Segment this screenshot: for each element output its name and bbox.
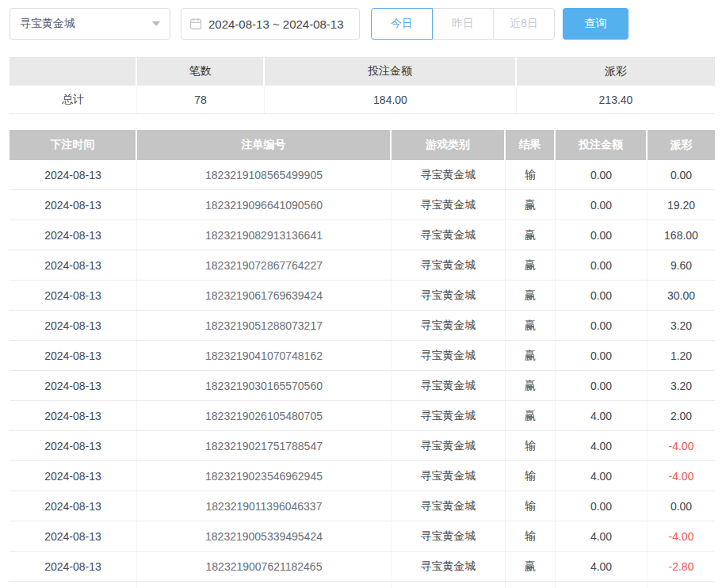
cell-order-number: 1823219051288073217 (137, 311, 392, 340)
quick-filter-3[interactable]: 近8日 (493, 8, 555, 40)
cell-bet-time: 2024-08-13 (10, 281, 137, 310)
cell-bet-amount: 0.00 (556, 220, 648, 250)
cell-payout: -2.80 (648, 552, 715, 581)
cell-payout: 1.20 (648, 341, 715, 370)
header-bet-amount: 投注金额 (556, 130, 648, 160)
summary-header-row: 笔数 投注金额 派彩 (10, 57, 715, 86)
cell-payout: 3.20 (648, 371, 715, 400)
cell-result: 输 (506, 160, 556, 189)
cell-bet-time: 2024-08-13 (10, 311, 137, 340)
summary-total-payout: 213.40 (517, 86, 715, 113)
cell-payout: 19.20 (648, 190, 715, 220)
quick-filter-group: 今日昨日近8日 (371, 8, 555, 40)
table-row: 2024-08-13 1823219082913136641 寻宝黄金城 赢 0… (10, 220, 715, 250)
cell-result: 赢 (506, 250, 556, 280)
table-row: 2024-08-13 1823219005339495424 寻宝黄金城 输 4… (10, 521, 715, 552)
cell-order-number: 1823219108565499905 (137, 160, 392, 189)
cell-order-number: 1823219030165570560 (137, 371, 392, 400)
cell-result: 输 (506, 491, 556, 521)
cell-order-number: 1823219061769639424 (137, 281, 392, 310)
cell-bet-time: 2024-08-13 (10, 401, 137, 430)
cell-bet-time: 2024-08-13 (10, 521, 137, 551)
table-row: 2024-08-13 1823219072867764227 寻宝黄金城 赢 0… (10, 250, 715, 281)
summary-total-count: 78 (137, 86, 265, 113)
game-select[interactable]: 寻宝黄金城 (10, 8, 170, 40)
cell-result: 输 (506, 461, 556, 491)
summary-table: 笔数 投注金额 派彩 总计 78 184.00 213.40 (10, 57, 715, 114)
cell-bet-time: 2024-08-13 (10, 220, 137, 250)
table-row: 2024-08-13 1823219030165570560 寻宝黄金城 赢 0… (10, 371, 715, 401)
summary-header-empty (10, 57, 137, 86)
cell-bet-amount: 0.00 (556, 250, 648, 280)
cell-bet-amount: 4.00 (556, 552, 648, 581)
summary-header-payout: 派彩 (517, 57, 715, 86)
cell-bet-time: 2024-08-13 (10, 371, 137, 400)
quick-filter-2[interactable]: 昨日 (432, 8, 494, 40)
cell-game-type: 寻宝黄金城 (392, 491, 506, 521)
cell-game-type: 寻宝黄金城 (392, 552, 506, 581)
table-row: 2024-08-13 1823219051288073217 寻宝黄金城 赢 0… (10, 311, 715, 341)
cell-bet-time: 2024-08-13 (10, 160, 137, 189)
cell-bet-amount: 0.00 (556, 281, 648, 310)
cell-bet-amount: 0.00 (556, 190, 648, 220)
cell-bet-time: 2024-08-13 (10, 461, 137, 491)
quick-filter-1[interactable]: 今日 (371, 8, 433, 40)
table-row: 2024-08-13 1823219007621182465 寻宝黄金城 赢 4… (10, 552, 715, 582)
cell-payout: -4.00 (648, 461, 715, 491)
cell-bet-time: 2024-08-13 (10, 431, 137, 460)
toolbar: 寻宝黄金城 2024-08-13 ~ 2024-08-13 今日昨日近8日 查询 (10, 8, 628, 40)
date-range-value: 2024-08-13 ~ 2024-08-13 (208, 17, 344, 31)
cell-order-number: 1823219011396046337 (137, 491, 392, 521)
cell-bet-amount: 4.00 (556, 431, 648, 460)
cell-result: 赢 (506, 281, 556, 310)
cell-order-number: 1823219023546962945 (137, 461, 392, 491)
summary-total-label: 总计 (10, 86, 137, 113)
summary-header-count: 笔数 (137, 57, 265, 86)
cell-game-type: 寻宝黄金城 (392, 281, 506, 310)
cell-bet-amount: 0.00 (556, 341, 648, 370)
table-row: 2024-08-13 1823219021751788547 寻宝黄金城 输 4… (10, 431, 715, 461)
cell-result: 输 (506, 431, 556, 460)
cell-payout: 30.00 (648, 281, 715, 310)
calendar-icon (189, 17, 202, 30)
cell-game-type: 寻宝黄金城 (392, 220, 506, 250)
query-button[interactable]: 查询 (563, 8, 628, 40)
records-table: 下注时间 注单编号 游戏类别 结果 投注金额 派彩 2024-08-13 182… (10, 130, 715, 588)
table-row: 2024-08-13 1823219096641090560 寻宝黄金城 赢 0… (10, 190, 715, 220)
cell-game-type: 寻宝黄金城 (392, 311, 506, 340)
cell-order-number: 1823219005339495424 (137, 521, 392, 551)
chevron-down-icon (152, 21, 160, 26)
table-row: 2024-08-13 1823219023546962945 寻宝黄金城 输 4… (10, 461, 715, 491)
cell-game-type: 寻宝黄金城 (392, 341, 506, 370)
cell-bet-amount: 4.00 (556, 461, 648, 491)
table-row: 2024-08-13 1823219026105480705 寻宝黄金城 赢 4… (10, 401, 715, 431)
cell-result: 赢 (506, 220, 556, 250)
cell-game-type: 寻宝黄金城 (392, 160, 506, 189)
cell-order-number: 1823219021751788547 (137, 431, 392, 460)
header-payout: 派彩 (648, 130, 715, 160)
table-row-partial (10, 582, 715, 588)
table-row: 2024-08-13 1823219061769639424 寻宝黄金城 赢 0… (10, 281, 715, 311)
header-result: 结果 (506, 130, 556, 160)
cell-payout: 0.00 (648, 491, 715, 521)
table-row: 2024-08-13 1823219011396046337 寻宝黄金城 输 0… (10, 491, 715, 521)
header-bet-time: 下注时间 (10, 130, 137, 160)
cell-result: 赢 (506, 341, 556, 370)
cell-result: 赢 (506, 401, 556, 430)
cell-order-number: 1823219041070748162 (137, 341, 392, 370)
cell-game-type: 寻宝黄金城 (392, 190, 506, 220)
cell-payout: 2.00 (648, 401, 715, 430)
cell-bet-amount: 4.00 (556, 401, 648, 430)
cell-bet-amount: 4.00 (556, 521, 648, 551)
cell-payout: 168.00 (648, 220, 715, 250)
cell-order-number: 1823219026105480705 (137, 401, 392, 430)
table-row: 2024-08-13 1823219108565499905 寻宝黄金城 输 0… (10, 160, 715, 190)
cell-order-number: 1823219082913136641 (137, 220, 392, 250)
cell-result: 赢 (506, 190, 556, 220)
cell-game-type: 寻宝黄金城 (392, 250, 506, 280)
summary-header-bet-amount: 投注金额 (265, 57, 517, 86)
table-row: 2024-08-13 1823219041070748162 寻宝黄金城 赢 0… (10, 341, 715, 371)
cell-game-type: 寻宝黄金城 (392, 461, 506, 491)
cell-payout: -4.00 (648, 431, 715, 460)
date-range-input[interactable]: 2024-08-13 ~ 2024-08-13 (181, 8, 360, 40)
